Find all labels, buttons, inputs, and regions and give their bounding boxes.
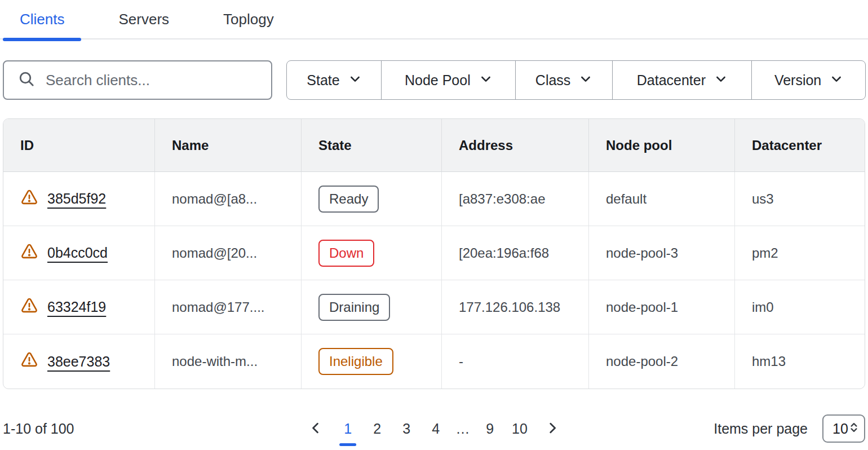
- select-caret-icon: [848, 421, 860, 437]
- chevron-right-icon: [546, 421, 559, 436]
- page-button-1[interactable]: 1: [337, 415, 358, 442]
- client-address: 177.126.106.138: [441, 280, 588, 334]
- filter-state-dropdown[interactable]: State: [287, 61, 381, 99]
- tab-bar: Clients Servers Toplogy: [0, 0, 868, 39]
- client-id-link[interactable]: 38ee7383: [47, 354, 110, 370]
- table-row[interactable]: 0b4cc0cd nomad@[20... Down [20ea:196a:f6…: [3, 226, 865, 280]
- chevron-down-icon: [349, 72, 361, 89]
- client-id-cell: 385d5f92: [3, 172, 154, 226]
- tab-topology[interactable]: Toplogy: [206, 0, 291, 39]
- search-input[interactable]: [46, 72, 260, 89]
- client-name: node-with-m...: [154, 334, 301, 389]
- filter-class-dropdown[interactable]: Class: [515, 61, 612, 99]
- client-name: nomad@[20...: [154, 226, 301, 280]
- chevron-down-icon: [830, 72, 843, 89]
- client-id-cell: 0b4cc0cd: [3, 226, 154, 280]
- tab-clients[interactable]: Clients: [3, 0, 81, 39]
- state-badge: Ineligible: [318, 348, 393, 375]
- client-node-pool: node-pool-1: [588, 280, 734, 334]
- page-button-2[interactable]: 2: [366, 415, 388, 442]
- client-datacenter: hm13: [734, 334, 865, 389]
- page-button-9[interactable]: 9: [479, 415, 501, 442]
- client-node-pool: node-pool-2: [588, 334, 734, 389]
- items-per-page-group: Items per page 10: [714, 414, 865, 443]
- filter-node-pool-label: Node Pool: [405, 72, 471, 89]
- clients-page: Clients Servers Toplogy State Node Pool: [0, 0, 868, 450]
- column-header-address: Address: [441, 119, 588, 172]
- state-badge: Down: [318, 240, 374, 267]
- tab-topology-label: Toplogy: [223, 11, 274, 28]
- warning-triangle-icon: [20, 242, 38, 264]
- page-button-3[interactable]: 3: [396, 415, 417, 442]
- clients-table: ID Name State Address Node pool Datacent…: [3, 118, 865, 389]
- client-id-link[interactable]: 63324f19: [47, 299, 106, 315]
- table-row[interactable]: 63324f19 nomad@177.... Draining 177.126.…: [3, 280, 865, 334]
- filter-node-pool-dropdown[interactable]: Node Pool: [381, 61, 515, 99]
- filter-group: State Node Pool Class Datacenter Version: [286, 60, 866, 100]
- column-header-id: ID: [3, 119, 154, 172]
- client-address: [a837:e308:ae: [441, 172, 588, 226]
- chevron-down-icon: [715, 72, 727, 89]
- chevron-down-icon: [480, 72, 492, 89]
- client-datacenter: im0: [734, 280, 865, 334]
- chevron-left-icon: [309, 421, 322, 436]
- table-row[interactable]: 385d5f92 nomad@[a8... Ready [a837:e308:a…: [3, 172, 865, 226]
- client-id-link[interactable]: 0b4cc0cd: [47, 245, 108, 261]
- filter-datacenter-label: Datacenter: [637, 72, 706, 89]
- next-page-button[interactable]: [539, 415, 566, 442]
- page-button-4[interactable]: 4: [425, 415, 446, 442]
- pagination-range-text: 1-10 of 100: [3, 421, 74, 437]
- tab-servers[interactable]: Servers: [101, 0, 186, 39]
- client-address: [20ea:196a:f68: [441, 226, 588, 280]
- client-id-cell: 63324f19: [3, 280, 154, 334]
- column-header-node-pool: Node pool: [588, 119, 734, 172]
- state-badge: Draining: [318, 294, 390, 321]
- tab-servers-label: Servers: [118, 11, 169, 28]
- page-button-10[interactable]: 10: [508, 415, 531, 442]
- items-per-page-value: 10: [832, 421, 848, 437]
- client-datacenter: us3: [734, 172, 865, 226]
- warning-triangle-icon: [20, 188, 38, 210]
- client-node-pool: default: [588, 172, 734, 226]
- pager: 1 2 3 4 … 9 10: [302, 415, 566, 442]
- filter-version-dropdown[interactable]: Version: [751, 61, 865, 99]
- table-row[interactable]: 38ee7383 node-with-m... Ineligible - nod…: [3, 334, 865, 389]
- search-icon: [17, 70, 36, 90]
- client-node-pool: node-pool-3: [588, 226, 734, 280]
- items-per-page-select[interactable]: 10: [822, 414, 865, 443]
- previous-page-button[interactable]: [302, 415, 329, 442]
- column-header-state: State: [301, 119, 441, 172]
- tab-clients-label: Clients: [20, 11, 64, 28]
- items-per-page-label: Items per page: [714, 421, 808, 437]
- state-badge: Ready: [318, 186, 379, 213]
- client-id-link[interactable]: 385d5f92: [47, 191, 106, 207]
- client-id-cell: 38ee7383: [3, 334, 154, 389]
- controls-row: State Node Pool Class Datacenter Version: [3, 60, 866, 100]
- table-header-row: ID Name State Address Node pool Datacent…: [3, 119, 865, 172]
- filter-version-label: Version: [774, 72, 821, 89]
- filter-state-label: State: [307, 72, 339, 89]
- filter-datacenter-dropdown[interactable]: Datacenter: [612, 61, 752, 99]
- warning-triangle-icon: [20, 351, 38, 372]
- search-box[interactable]: [3, 60, 272, 100]
- client-datacenter: pm2: [734, 226, 865, 280]
- filter-class-label: Class: [535, 72, 571, 89]
- client-name: nomad@[a8...: [154, 172, 301, 226]
- pagination-ellipsis: …: [454, 421, 471, 437]
- chevron-down-icon: [579, 72, 592, 89]
- warning-triangle-icon: [20, 297, 38, 318]
- client-address: -: [441, 334, 588, 389]
- pagination-bar: 1-10 of 100 1 2 3 4 … 9 10 Items per pag…: [3, 407, 865, 450]
- column-header-datacenter: Datacenter: [734, 119, 865, 172]
- client-name: nomad@177....: [154, 280, 301, 334]
- column-header-name: Name: [154, 119, 301, 172]
